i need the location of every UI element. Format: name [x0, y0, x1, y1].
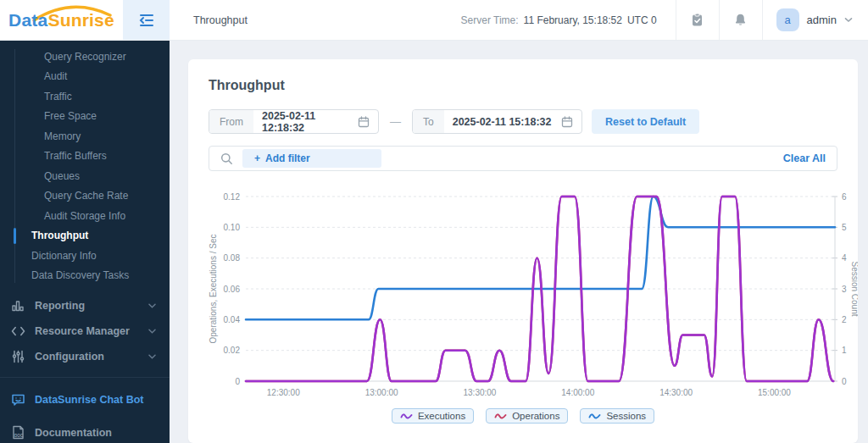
sidebar-item-queues[interactable]: Queues [0, 166, 170, 186]
user-name: admin [807, 14, 837, 26]
chevron-down-icon [148, 303, 156, 308]
right-axis-tick: 0 [842, 377, 847, 386]
sidebar-section-label: Reporting [35, 300, 139, 312]
sidebar-link-label: DataSunrise Chat Bot [35, 394, 144, 406]
to-value: 2025-02-11 15:18:32 [444, 116, 552, 128]
right-axis-tick: 4 [842, 253, 847, 263]
filter-bar: +Add filter Clear All [209, 146, 837, 171]
sidebar-link-datasunrise-chat-bot[interactable]: DataSunrise Chat Bot [0, 383, 170, 416]
tasks-button[interactable] [676, 0, 719, 40]
sidebar-section-reporting[interactable]: Reporting [0, 293, 170, 318]
left-axis-title: Operations, Executions / Sec [209, 235, 218, 344]
reset-to-default-button[interactable]: Reset to Default [592, 109, 699, 134]
left-axis-tick: 0.10 [224, 223, 241, 232]
sidebar-item-dictionary-info[interactable]: Dictionary Info [0, 246, 170, 266]
from-label: From [209, 110, 253, 133]
right-axis-tick: 2 [842, 315, 847, 324]
datasunrise-logo[interactable]: DataSunrise [0, 0, 123, 40]
right-axis-tick: 5 [842, 223, 847, 232]
chevron-down-icon [148, 329, 156, 334]
server-time: Server Time: 11 February, 15:18:52 UTC 0 [461, 0, 676, 40]
logo-text: DataSunrise [8, 10, 114, 30]
page-title: Throughput [209, 78, 837, 93]
clear-all-link[interactable]: Clear All [783, 152, 826, 164]
legend-label: Executions [418, 411, 465, 421]
sidebar-section-configuration[interactable]: Configuration [0, 344, 170, 369]
legend-label: Sessions [606, 411, 646, 421]
breadcrumb-page-title: Throughput [193, 0, 248, 40]
calendar-icon[interactable] [561, 116, 573, 128]
sidebar-tree: Query RecognizerAuditTrafficFree SpaceMe… [0, 47, 170, 285]
sidebar-link-label: Documentation [35, 427, 112, 439]
legend-toggle-operations[interactable]: Operations [486, 408, 568, 424]
notifications-button[interactable] [720, 0, 762, 40]
right-axis-tick: 3 [842, 285, 847, 294]
left-axis-tick: 0.04 [224, 315, 241, 324]
chevron-down-icon [148, 354, 156, 359]
x-axis-tick: 15:00:00 [758, 388, 791, 397]
x-axis-tick: 13:30:00 [463, 388, 496, 397]
from-date-input[interactable]: From 2025-02-11 12:18:32 [209, 109, 379, 134]
chart-area: 0.1260.1050.0840.0630.0420.0210012:30:00… [209, 190, 837, 405]
sidebar-item-traffic-buffers[interactable]: Traffic Buffers [0, 147, 170, 167]
x-axis-tick: 12:30:00 [267, 388, 300, 397]
x-axis-tick: 13:00:00 [365, 388, 398, 397]
sliders-icon [10, 350, 25, 363]
main-content: Throughput From 2025-02-11 12:18:32 — [170, 41, 868, 443]
server-time-zone: UTC 0 [627, 14, 657, 26]
throughput-card: Throughput From 2025-02-11 12:18:32 — [188, 59, 858, 443]
wave-icon [400, 412, 413, 420]
sidebar-item-memory[interactable]: Memory [0, 126, 170, 147]
sidebar-collapse-button[interactable] [123, 0, 170, 40]
svg-text:DOC: DOC [14, 434, 24, 438]
top-bar: DataSunrise Throughput Server Time: 11 F… [0, 0, 868, 41]
code-icon [10, 325, 25, 337]
chat-bot-icon [10, 393, 25, 407]
plus-icon: + [254, 152, 260, 164]
server-time-label: Server Time: [461, 14, 519, 26]
document-icon: DOC [10, 425, 25, 440]
left-axis-tick: 0 [235, 377, 240, 386]
x-axis-tick: 14:00:00 [561, 388, 594, 397]
top-bar-right: Server Time: 11 February, 15:18:52 UTC 0 [461, 0, 868, 40]
sidebar-section-label: Resource Manager [35, 325, 139, 337]
to-date-input[interactable]: To 2025-02-11 15:18:32 [412, 109, 582, 134]
chevron-down-icon [844, 17, 853, 23]
sidebar-divider [0, 377, 170, 378]
throughput-chart: 0.1260.1050.0840.0630.0420.0210012:30:00… [209, 190, 858, 401]
menu-fold-icon [138, 13, 155, 28]
app-window: DataSunrise Throughput Server Time: 11 F… [0, 0, 868, 443]
calendar-icon[interactable] [358, 116, 370, 128]
add-filter-button[interactable]: +Add filter [242, 149, 381, 168]
left-axis-tick: 0.06 [224, 285, 241, 294]
sidebar-link-documentation[interactable]: DOCDocumentation [0, 416, 170, 443]
sidebar-item-audit[interactable]: Audit [0, 67, 170, 87]
legend-toggle-sessions[interactable]: Sessions [580, 408, 654, 424]
legend-label: Operations [512, 411, 559, 421]
sidebar-item-audit-storage-info[interactable]: Audit Storage Info [0, 206, 170, 226]
bell-icon [733, 13, 748, 27]
sidebar-item-data-discovery-tasks[interactable]: Data Discovery Tasks [0, 266, 170, 286]
left-axis-tick: 0.12 [224, 192, 241, 202]
sidebar-section-resource-manager[interactable]: Resource Manager [0, 318, 170, 344]
user-menu[interactable]: a admin [763, 0, 868, 40]
sidebar-item-query-cache-rate[interactable]: Query Cache Rate [0, 186, 170, 207]
sidebar: Query RecognizerAuditTrafficFree SpaceMe… [0, 41, 170, 443]
bar-chart-icon [10, 299, 25, 313]
sidebar-item-throughput[interactable]: Throughput [0, 226, 170, 246]
server-time-value: 11 February, 15:18:52 [524, 14, 622, 26]
right-axis-tick: 6 [842, 192, 847, 202]
x-axis-tick: 14:30:00 [659, 388, 693, 397]
search-icon [220, 152, 233, 165]
sidebar-item-query-recognizer[interactable]: Query Recognizer [0, 47, 170, 67]
left-axis-tick: 0.02 [224, 346, 241, 355]
clipboard-check-icon [690, 13, 704, 27]
range-separator: — [390, 115, 401, 128]
to-label: To [413, 110, 444, 133]
sidebar-item-free-space[interactable]: Free Space [0, 107, 170, 127]
wave-icon [494, 412, 507, 420]
legend-toggle-executions[interactable]: Executions [392, 408, 474, 424]
left-axis-tick: 0.08 [224, 253, 241, 263]
sidebar-item-traffic[interactable]: Traffic [0, 86, 170, 107]
from-value: 2025-02-11 12:18:32 [253, 110, 358, 134]
